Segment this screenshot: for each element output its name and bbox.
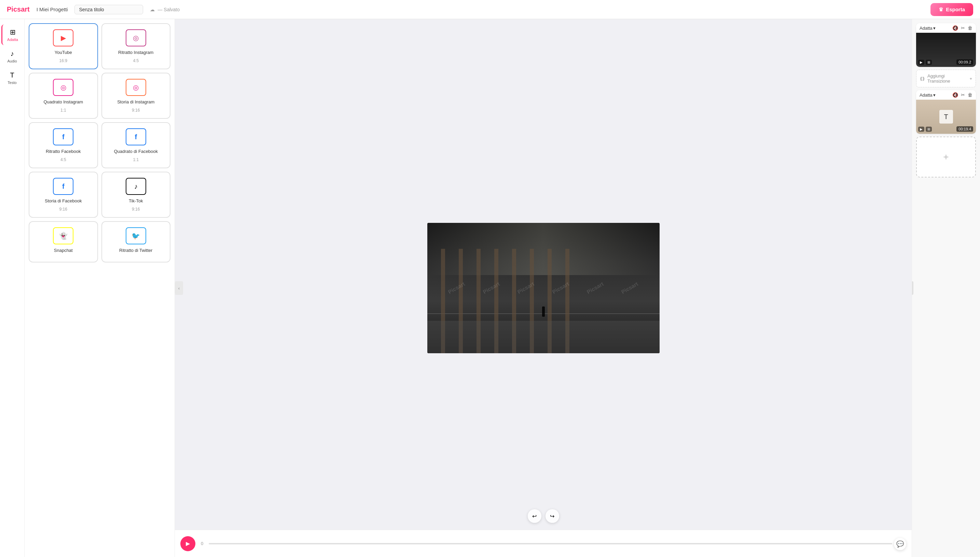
- facebook-square-icon: f: [135, 133, 137, 141]
- play-icon: ▶: [186, 540, 190, 547]
- canvas-controls: ↩ ↪: [528, 509, 559, 523]
- chat-icon: 💬: [896, 540, 904, 548]
- format-card-facebook-square[interactable]: f Quadrato di Facebook 1:1: [101, 122, 171, 168]
- format-panel: ▶ YouTube 16:9 ◎ Ritratto Instagram 4:5 …: [24, 19, 175, 557]
- instagram-portrait-icon: ◎: [133, 34, 139, 42]
- clip-2-thumbnail: T ▶ ⊞ 00:19.4: [916, 100, 976, 134]
- format-card-instagram-story[interactable]: ◎ Storia di Instagram 9:16: [101, 73, 171, 119]
- chevron-down-icon: ▾: [933, 26, 936, 31]
- format-grid: ▶ YouTube 16:9 ◎ Ritratto Instagram 4:5 …: [29, 23, 170, 262]
- export-button[interactable]: ♛ Esporta: [931, 3, 973, 16]
- facebook-portrait-icon: f: [62, 133, 65, 141]
- clip-2-adapt-button[interactable]: Adatta ▾: [920, 93, 936, 98]
- clip-2-delete-icon[interactable]: 🗑: [968, 92, 972, 98]
- adatta-icon: ⊞: [10, 28, 16, 36]
- clip-1-video-icon: ▶: [918, 60, 924, 65]
- timeline-track[interactable]: [209, 543, 892, 544]
- instagram-story-icon-box: ◎: [126, 79, 146, 96]
- text-icon: T: [10, 71, 14, 79]
- canvas-image: Picsart Picsart Picsart Picsart Picsart …: [427, 223, 660, 353]
- collapse-right-button[interactable]: ›: [912, 281, 913, 295]
- sidebar-item-audio[interactable]: ♪ Audio: [2, 46, 23, 67]
- collapse-panel-button[interactable]: ‹: [175, 281, 183, 295]
- chevron-down-icon-2: ▾: [933, 93, 936, 98]
- clip-2-header: Adatta ▾ 🔇 ✂ 🗑: [916, 90, 976, 100]
- snapchat-icon: 👻: [59, 232, 68, 240]
- scene-floor: [427, 321, 660, 353]
- clip-1-grid-icon: ⊞: [926, 60, 932, 65]
- clip-1-header: Adatta ▾ 🔇 ✂ 🗑: [916, 23, 976, 33]
- nav-title[interactable]: I Miei Progetti: [36, 7, 68, 12]
- clip-1-actions: 🔇 ✂ 🗑: [952, 25, 972, 31]
- crown-icon: ♛: [939, 7, 943, 13]
- clip-2-grid-icon: ⊞: [926, 127, 932, 132]
- cloud-icon: ☁: [150, 7, 155, 12]
- format-card-facebook-story[interactable]: f Storia di Facebook 9:16: [29, 172, 98, 218]
- sidebar-item-adatta[interactable]: ⊞ Adatta: [2, 24, 23, 45]
- project-name-input[interactable]: [75, 5, 143, 14]
- right-panel: Adatta ▾ 🔇 ✂ 🗑 ▶ ⊞ 00:09.2 ⟪⟫: [912, 19, 980, 557]
- youtube-icon-box: ▶: [53, 29, 74, 46]
- undo-button[interactable]: ↩: [528, 509, 541, 523]
- snapchat-icon-box: 👻: [53, 227, 74, 244]
- clip-2-duration: 00:19.4: [956, 126, 973, 132]
- audio-icon: ♪: [11, 50, 14, 58]
- clip-1-mute-icon[interactable]: 🔇: [952, 25, 958, 31]
- clip-1-thumbnail: ▶ ⊞ 00:09.2: [916, 33, 976, 67]
- clip-1-thumb-icons: ▶ ⊞: [918, 60, 932, 65]
- clip-card-2: Adatta ▾ 🔇 ✂ 🗑 T ▶ ⊞ 00:19.4: [916, 90, 976, 134]
- chat-button[interactable]: 💬: [894, 538, 906, 550]
- facebook-story-icon: f: [62, 182, 65, 191]
- header: Picsart I Miei Progetti ☁ — Salvato ♛ Es…: [0, 0, 980, 19]
- redo-button[interactable]: ↪: [546, 509, 559, 523]
- scene-person: [542, 306, 545, 317]
- clip-1-scissors-icon[interactable]: ✂: [961, 25, 965, 31]
- logo[interactable]: Picsart: [7, 5, 30, 13]
- clip-1-duration: 00:09.2: [956, 59, 973, 65]
- clip-1-adapt-button[interactable]: Adatta ▾: [920, 26, 936, 31]
- format-card-facebook-portrait[interactable]: f Ritratto Facebook 4:5: [29, 122, 98, 168]
- format-card-instagram-square[interactable]: ◎ Quadrato Instagram 1:1: [29, 73, 98, 119]
- timeline: ▶ 0 28.6: [175, 530, 912, 557]
- facebook-portrait-icon-box: f: [53, 128, 74, 145]
- youtube-icon: ▶: [61, 34, 66, 42]
- tiktok-icon: ♪: [134, 182, 138, 191]
- add-transition-button[interactable]: ⟪⟫ Aggiungi Transizione +: [916, 70, 976, 87]
- sidebar-item-testo[interactable]: T Testo: [2, 68, 23, 88]
- timeline-start: 0: [201, 541, 203, 546]
- facebook-square-icon-box: f: [126, 128, 146, 145]
- clip-2-mute-icon[interactable]: 🔇: [952, 92, 958, 98]
- clip-2-actions: 🔇 ✂ 🗑: [952, 92, 972, 98]
- clip-2-scissors-icon[interactable]: ✂: [961, 92, 965, 98]
- transition-separator-icon: ⟪⟫: [920, 76, 924, 81]
- instagram-portrait-icon-box: ◎: [126, 29, 146, 46]
- save-status: ☁ — Salvato: [150, 7, 924, 12]
- instagram-story-icon: ◎: [133, 83, 139, 91]
- clip-2-video-icon: ▶: [918, 127, 924, 132]
- format-card-snapchat[interactable]: 👻 Snapchat: [29, 221, 98, 262]
- tiktok-icon-box: ♪: [126, 178, 146, 195]
- sidebar: ⊞ Adatta ♪ Audio T Testo: [0, 19, 24, 557]
- canvas-scene: Picsart Picsart Picsart Picsart Picsart …: [427, 223, 660, 353]
- add-clip-button[interactable]: +: [916, 137, 976, 178]
- twitter-icon-box: 🐦: [126, 227, 146, 244]
- format-card-tiktok[interactable]: ♪ Tik-Tok 9:16: [101, 172, 171, 218]
- clip-2-thumb-icons: ▶ ⊞: [918, 127, 932, 132]
- main-layout: ⊞ Adatta ♪ Audio T Testo ▶ YouTube 16:9: [0, 19, 980, 557]
- canvas-area: Picsart Picsart Picsart Picsart Picsart …: [175, 19, 912, 557]
- instagram-square-icon: ◎: [60, 83, 66, 91]
- format-card-twitter[interactable]: 🐦 Ritratto di Twitter: [101, 221, 171, 262]
- format-card-youtube[interactable]: ▶ YouTube 16:9: [29, 23, 98, 69]
- play-button[interactable]: ▶: [180, 536, 195, 551]
- clip-1-delete-icon[interactable]: 🗑: [968, 25, 972, 31]
- canvas-wrapper: Picsart Picsart Picsart Picsart Picsart …: [427, 223, 660, 353]
- clip-card-1: Adatta ▾ 🔇 ✂ 🗑 ▶ ⊞ 00:09.2: [916, 23, 976, 67]
- instagram-square-icon-box: ◎: [53, 79, 74, 96]
- twitter-icon: 🐦: [132, 232, 140, 240]
- facebook-story-icon-box: f: [53, 178, 74, 195]
- format-card-instagram-portrait[interactable]: ◎ Ritratto Instagram 4:5: [101, 23, 171, 69]
